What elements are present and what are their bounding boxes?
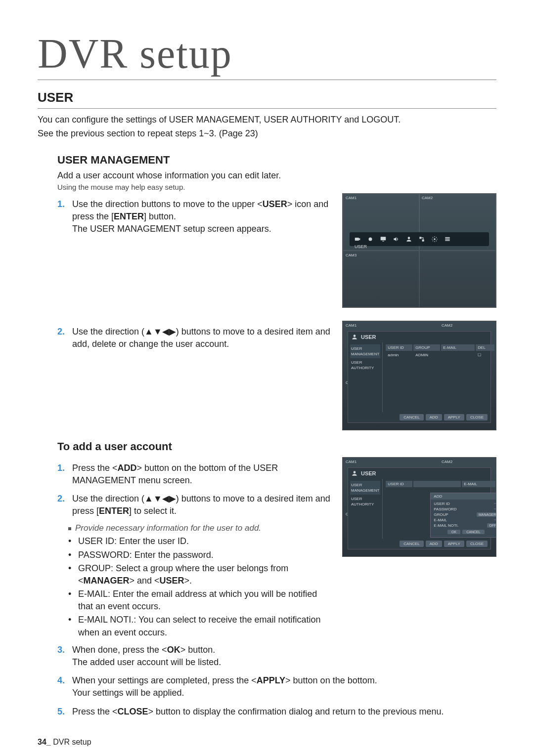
step-number: 2.	[57, 326, 68, 338]
user-mgmt-intro-2: Using the mouse may help easy setup.	[57, 183, 496, 191]
step-number: 3.	[57, 644, 68, 656]
close-button[interactable]: CLOSE	[466, 541, 488, 547]
network-icon	[418, 235, 426, 243]
cam-label: CAM1	[346, 460, 356, 464]
bullet: E-MAIL NOTI.: You can select to receive …	[68, 614, 333, 638]
cancel-button[interactable]: CANCEL	[462, 530, 484, 534]
add-button[interactable]: ADD	[426, 541, 442, 547]
svg-rect-9	[445, 238, 449, 239]
user-icon	[405, 235, 413, 243]
cam-label: CAM3	[346, 253, 356, 257]
svg-rect-0	[355, 238, 359, 241]
step-text: Use the direction (▲▼◀▶) buttons to move…	[72, 326, 333, 350]
cancel-button[interactable]: CANCEL	[400, 541, 423, 547]
camera-icon	[354, 235, 361, 243]
step-text: Press the <CLOSE> button to display the …	[72, 706, 496, 718]
screenshot-toolbar: CAM1 CAM2 CAM3 USER	[342, 193, 496, 308]
svg-point-11	[354, 335, 356, 337]
table-header: USER ID E-MAIL DEL	[386, 481, 496, 487]
cam-label: CAM1	[346, 323, 356, 328]
screenshot-user-mgmt: CAM1 CAM2 CAM3 USER USER MANAGEMENT USER…	[342, 321, 496, 430]
add-user-heading: To add a user account	[57, 440, 496, 453]
note-marker-icon	[68, 527, 71, 530]
step-text: When done, press the <OK> button.The add…	[72, 644, 496, 669]
step-text: Press the <ADD> button on the bottom of …	[72, 462, 333, 487]
sidebar-item-user-management[interactable]: USER MANAGEMENT	[350, 344, 380, 358]
sidebar-item-user-authority[interactable]: USER AUTHORITY	[350, 358, 380, 372]
table-row[interactable]: admin ADMIN ☐	[386, 352, 494, 358]
step-number: 2.	[57, 493, 68, 505]
sidebar-item-user-authority[interactable]: USER AUTHORITY	[350, 495, 380, 508]
table-header: USER ID GROUP E-MAIL DEL	[386, 344, 494, 351]
svg-point-7	[434, 238, 436, 240]
apply-button[interactable]: APPLY	[444, 541, 464, 547]
user-management-heading: USER MANAGEMENT	[57, 154, 496, 167]
step-number: 5.	[57, 706, 68, 718]
apply-button[interactable]: APPLY	[444, 414, 464, 420]
svg-rect-6	[422, 239, 424, 241]
note: Provide necessary information for the us…	[68, 523, 333, 533]
email-noti-select[interactable]: OFF	[487, 523, 496, 528]
side-nav: USER MANAGEMENT USER AUTHORITY	[348, 479, 383, 539]
svg-rect-5	[419, 237, 421, 239]
add-user-popup: ADD USER ID PASSWORD GROUPMANAGER E-MAIL…	[430, 493, 496, 538]
footer-label: DVR setup	[53, 738, 91, 746]
user-intro-1: You can configure the settings of USER M…	[38, 114, 496, 126]
svg-rect-10	[445, 240, 449, 241]
record-icon	[366, 235, 374, 243]
speaker-icon	[392, 235, 400, 243]
svg-rect-3	[382, 241, 384, 241]
bullet: GROUP: Select a group where the user bel…	[68, 562, 333, 587]
svg-point-1	[369, 237, 372, 241]
cam-label: CAM2	[442, 323, 452, 328]
toolbar-label-user: USER	[355, 244, 367, 249]
section-heading-user: USER	[38, 90, 496, 109]
cancel-button[interactable]: CANCEL	[400, 414, 423, 420]
password-field[interactable]	[494, 508, 496, 509]
user-icon	[351, 470, 358, 477]
email-field[interactable]	[494, 519, 496, 520]
page-footer: 34_ DVR setup	[38, 738, 496, 747]
add-button[interactable]: ADD	[426, 414, 442, 420]
monitor-icon	[379, 235, 387, 243]
group-select[interactable]: MANAGER	[477, 512, 496, 517]
step-text: Use the direction (▲▼◀▶) buttons to move…	[72, 493, 333, 517]
user-intro-2: See the previous section to repeat steps…	[38, 127, 496, 139]
panel-title: USER	[348, 332, 490, 342]
user-icon	[351, 334, 358, 340]
page-title: DVR setup	[38, 30, 496, 80]
list-icon	[444, 235, 451, 243]
bullet: USER ID: Enter the user ID.	[68, 535, 333, 547]
step-number: 1.	[57, 462, 68, 474]
page-number: 34_	[38, 738, 51, 746]
step-number: 1.	[57, 198, 68, 210]
svg-rect-8	[445, 237, 449, 238]
side-nav: USER MANAGEMENT USER AUTHORITY	[348, 342, 383, 412]
screenshot-add-user: CAM1 CAM2 CAM3 USER USER MANAGEMENT USER…	[342, 457, 496, 557]
cam-label: CAM2	[422, 196, 433, 200]
svg-rect-2	[381, 237, 386, 240]
panel-title: USER	[348, 468, 490, 479]
close-button[interactable]: CLOSE	[466, 414, 488, 420]
cam-label: CAM2	[442, 460, 452, 464]
userid-field[interactable]	[494, 503, 496, 504]
ok-button[interactable]: OK	[447, 530, 460, 534]
sidebar-item-user-management[interactable]: USER MANAGEMENT	[350, 481, 380, 495]
popup-title: ADD	[431, 493, 496, 500]
step-text: When your settings are completed, press …	[72, 674, 496, 699]
bullet: PASSWORD: Enter the password.	[68, 549, 333, 561]
user-mgmt-intro-1: Add a user account whose information you…	[57, 170, 496, 181]
icon-toolbar	[350, 232, 489, 246]
svg-point-12	[354, 471, 356, 473]
gear-icon	[431, 235, 439, 243]
bullet: E-MAIL: Enter the email address at which…	[68, 588, 333, 613]
step-text: Use the direction buttons to move to the…	[72, 198, 333, 236]
step-number: 4.	[57, 674, 68, 687]
cam-label: CAM1	[346, 196, 356, 200]
svg-point-4	[408, 237, 410, 239]
